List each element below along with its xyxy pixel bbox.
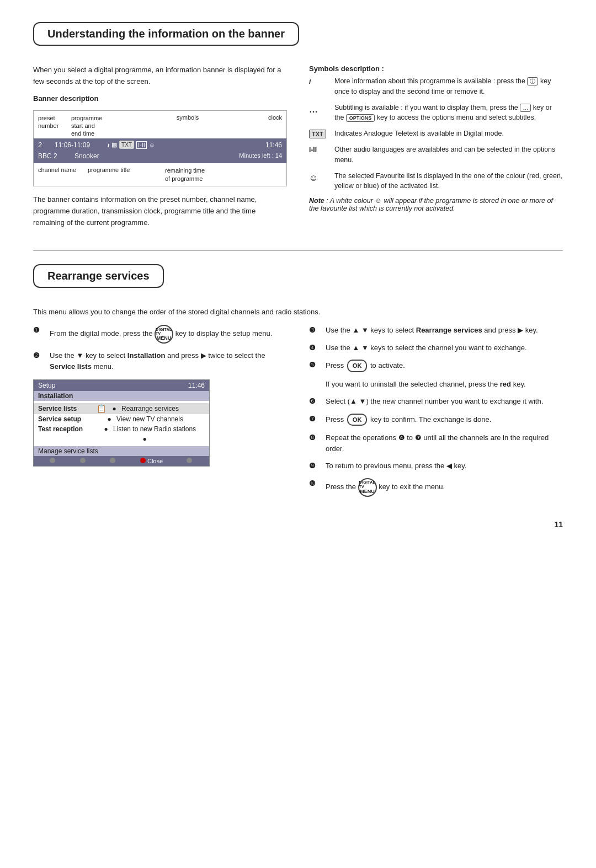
footer-dot-2 [80,458,87,464]
sym-key-txt: TXT [309,128,329,139]
menu-section-installation: Installation [34,391,209,401]
sym-options-btn: OPTIONS [346,114,375,122]
menu-btn-1-sup: DIGITAL TV [156,328,172,336]
step-3: ❸ Use the ▲ ▼ keys to select Rearrange s… [309,325,563,336]
banner-minutes: Minutes left : 14 [216,152,282,160]
menu-icon-service: 📋 [97,404,106,413]
sym-desc-smiley: The selected Favourite list is displayed… [334,171,563,192]
menu-btn-10: DIGITAL TV MENU [358,478,377,497]
menu-header: Setup 11:46 [34,380,209,391]
sym-dots-btn: … [520,104,531,112]
step-9: ❾ To return to previous menu, press the … [309,460,563,471]
banner-channel-name: BBC 2 [38,152,71,160]
step-9-text: To return to previous menu, press the ◀ … [326,460,466,471]
step-8-num: ❽ [309,432,321,443]
step-10-text: Press the DIGITAL TV MENU key to exit th… [326,478,445,497]
section-divider [33,250,563,251]
banner-clock: 11:46 [254,141,282,149]
menu-dot-1: ● [110,405,118,412]
page-number: 11 [33,520,563,529]
step-1-num: ❶ [33,325,45,336]
menu-dot-3: ● [102,425,110,433]
section2-intro: This menu allows you to change the order… [33,307,563,318]
step-3-num: ❸ [309,325,321,336]
symbol-i: i [108,142,109,148]
step-7: ❼ Press OK key to confirm. The exchange … [309,414,563,426]
step-uninstall-text: If you want to uninstall the selected ch… [326,379,526,390]
banner-time: 11:06-11:09 [55,141,104,149]
banner-diagram: presetnumber programmestart andend time … [33,110,287,186]
banner-bot-ch: channel name [38,167,88,183]
sym-info-btn: ⓘ [527,77,538,85]
menu-key-service-setup: Service setup [38,415,93,423]
step-4-num: ❹ [309,342,321,353]
menu-header-left: Setup [38,382,55,389]
sym-item-dots: … Subtitling is available : if you want … [309,103,563,124]
section2: Rearrange services This menu allows you … [33,264,563,503]
banner-channel-title: Snooker [74,152,212,160]
step-3-text: Use the ▲ ▼ keys to select Rearrange ser… [326,325,538,336]
steps-left-list: ❶ From the digital mode, press the DIGIT… [33,325,287,372]
step-8-text: Repeat the operations ❹ to ❼ until all t… [326,432,563,454]
menu-row-service-setup: Service setup ● View new TV channels [34,414,209,424]
sym-txt-box: TXT [309,130,326,138]
banner-channel-row: BBC 2 Snooker Minutes left : 14 [34,151,286,163]
step-8: ❽ Repeat the operations ❹ to ❼ until all… [309,432,563,454]
section1-body: The banner contains information on the p… [33,194,287,228]
footer-dot-5 [187,458,193,464]
banner-desc-label: Banner description [33,94,287,103]
symbol-smiley: ☺ [149,142,155,148]
banner-bottom-labels: channel name programme title remaining t… [34,163,286,186]
step-10-num: ❿ [309,478,321,489]
menu-key-test-reception: Test reception [38,425,93,433]
step-2-num: ❷ [33,350,45,361]
menu-row-empty: ● [34,434,209,444]
step-9-num: ❾ [309,460,321,471]
step-6-num: ❻ [309,396,321,407]
section1-intro: When you select a digital programme, an … [33,65,287,88]
section2-right: ❸ Use the ▲ ▼ keys to select Rearrange s… [309,325,563,503]
step-10: ❿ Press the DIGITAL TV MENU key to exit … [309,478,563,497]
symbol-txt: TXT [119,141,134,149]
menu-footer-section: Manage service lists [34,446,209,456]
footer-close: Close [140,458,163,464]
step-7-num: ❼ [309,414,321,425]
sym-key-dots: … [309,103,329,124]
menu-btn-10-sup: DIGITAL TV [359,480,376,489]
section1-title: Understanding the information on the ban… [33,22,299,46]
symbol-audio: I-II [136,141,147,149]
section1-left: When you select a digital programme, an … [33,65,287,235]
step-2-text: Use the ▼ key to select Installation and… [50,350,287,372]
step-6-text: Select (▲ ▼) the new channel number you … [326,396,543,407]
step-7-text: Press OK key to confirm. The exchange is… [326,414,491,426]
menu-dot-4: ● [141,435,148,443]
sym-desc-audio: Other audio languages are availables and… [334,144,563,165]
symbols-desc-label: Symbols description : [309,65,563,73]
section2-left: ❶ From the digital mode, press the DIGIT… [33,325,287,503]
sym-item-txt: TXT Indicates Analogue Teletext is avail… [309,128,563,139]
sym-desc-txt: Indicates Analogue Teletext is available… [334,128,504,139]
steps-right-list: ❸ Use the ▲ ▼ keys to select Rearrange s… [309,325,563,497]
menu-screenshot: Setup 11:46 Installation Service lists 📋… [33,379,210,467]
banner-top-labels: presetnumber programmestart andend time … [34,111,286,139]
banner-symbols-label: symbols [121,114,254,138]
sym-key-i: i [309,76,329,97]
step-5-text: Press OK to activate. [326,360,405,372]
sym-desc-i: More information about this programme is… [334,76,563,97]
ok-btn-7: OK [347,414,368,426]
sym-item-i: i More information about this programme … [309,76,563,97]
sym-desc-dots: Subtitling is available : if you want to… [334,103,563,124]
step-5-num: ❺ [309,360,321,371]
menu-key-service-lists: Service lists [38,405,93,412]
sym-key-audio: I-II [309,144,329,165]
menu-val-test-reception: Listen to new Radio stations [113,425,196,433]
step-uninstall: If you want to uninstall the selected ch… [309,379,563,390]
menu-btn-1-label: MENU [157,336,172,341]
banner-data-row: 2 11:06-11:09 i ▩ TXT I-II ☺ 11:46 [34,138,286,151]
step-4-text: Use the ▲ ▼ keys to select the channel y… [326,342,527,353]
sym-item-audio: I-II Other audio languages are available… [309,144,563,165]
banner-prog-label: programmestart andend time [71,114,121,138]
footer-dot-1 [50,458,56,464]
menu-footer-bar: Close [34,456,209,466]
sym-key-smiley: ☺ [309,171,329,192]
